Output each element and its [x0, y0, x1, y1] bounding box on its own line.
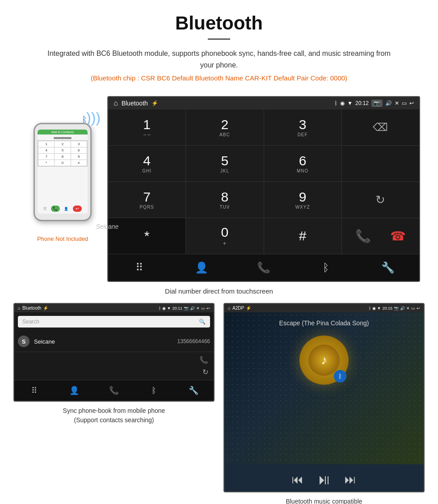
phonebook-search-bar[interactable]: Search 🔍 — [18, 316, 210, 328]
dial-key-9[interactable]: 9 WXYZ — [264, 182, 341, 218]
music-win-icon[interactable]: ▭ — [411, 306, 415, 311]
nav-settings[interactable]: 🔧 — [357, 254, 419, 281]
call-red-icon[interactable]: ☎ — [390, 229, 406, 244]
phone-dial-cell[interactable]: 7 — [38, 154, 54, 160]
nav-dialpad[interactable]: ⠿ — [108, 254, 170, 281]
dial-key-8[interactable]: 8 TUV — [186, 182, 263, 218]
phone-dial-cell[interactable]: 5 — [55, 147, 70, 153]
music-background: Escape (The Pina Colada Song) ♪ ᛒ — [224, 312, 424, 464]
dial-key-star[interactable]: * — [108, 218, 185, 254]
phonebook-statusbar: ⌂ Bluetooth ⚡ ᛒ ◉ ▼ 20:11 📷 🔊 ✕ ▭ ↩ — [14, 304, 214, 312]
prev-button[interactable]: ⏮ — [292, 473, 303, 487]
phone-dial-cell[interactable]: 8 — [55, 154, 70, 160]
dial-key-1[interactable]: 1 ∽∽ — [108, 109, 185, 145]
dial-key-6[interactable]: 6 MNO — [264, 146, 341, 181]
phone-not-included-label: Phone Not Included — [37, 235, 88, 242]
refresh-icon[interactable]: ↻ — [375, 193, 385, 207]
dial-key-2[interactable]: 2 ABC — [186, 109, 263, 145]
nav-contacts[interactable]: 👤 — [170, 254, 232, 281]
statusbar-time: 20:12 — [355, 100, 369, 106]
statusbar-app-name: Bluetooth — [122, 100, 148, 107]
pb-sig-icon: ▼ — [167, 306, 171, 311]
dial-letters: PQRS — [139, 205, 154, 210]
pb-nav-person[interactable]: 👤 — [54, 380, 94, 401]
call-green-icon[interactable]: 📞 — [355, 229, 371, 244]
bottom-nav-bar: ⠿ 👤 📞 ᛒ 🔧 — [108, 254, 419, 281]
phone-image-area: ))) ᛒ Add to Contacts ▄▄▄▄▄▄▄▄ 1 2 3 4 5… — [18, 96, 107, 242]
contact-name: Seicane — [34, 338, 177, 345]
pb-time: 20:11 — [172, 306, 182, 311]
volume-icon[interactable]: 🔊 — [385, 100, 392, 106]
music-close-icon[interactable]: ✕ — [406, 306, 410, 311]
phone-mockup: Add to Contacts ▄▄▄▄▄▄▄▄ 1 2 3 4 5 6 7 8… — [34, 123, 92, 221]
pb-home-icon[interactable]: ⌂ — [18, 306, 21, 311]
music-screen: ⌂ A2DP ⚡ ᛒ ◉ ▼ 20:15 📷 🔊 ✕ ▭ ↩ — [223, 303, 425, 492]
window-icon[interactable]: ▭ — [402, 100, 407, 106]
dial-key-hash[interactable]: # — [264, 218, 341, 254]
phone-dial-cell[interactable]: # — [71, 160, 87, 166]
pb-bt-icon: ᛒ — [159, 306, 161, 311]
music-block: ⌂ A2DP ⚡ ᛒ ◉ ▼ 20:15 📷 🔊 ✕ ▭ ↩ — [223, 303, 425, 504]
dial-number: 1 — [143, 118, 151, 131]
music-back-icon[interactable]: ↩ — [417, 306, 420, 311]
pb-vol-icon[interactable]: 🔊 — [190, 306, 195, 311]
phone-dial-cell[interactable]: 2 — [55, 141, 70, 147]
pb-win-icon[interactable]: ▭ — [201, 306, 205, 311]
dial-key-5[interactable]: 5 JKL — [186, 146, 263, 181]
dial-key-0[interactable]: 0 + — [186, 218, 263, 254]
nav-phone[interactable]: 📞 — [232, 254, 295, 281]
music-home-icon[interactable]: ⌂ — [228, 306, 231, 311]
music-caption: Bluetooth music compatible (Support disp… — [278, 497, 371, 504]
dial-letters: + — [223, 240, 227, 247]
phone-dial-cell[interactable]: 9 — [71, 154, 87, 160]
pb-action-refresh[interactable]: ↻ — [202, 368, 208, 376]
backspace-icon[interactable]: ⌫ — [373, 121, 388, 134]
phone-dial-cell[interactable]: 0 — [55, 160, 70, 166]
statusbar-left: ⌂ Bluetooth ⚡ — [114, 99, 158, 107]
pb-nav-phone[interactable]: 📞 — [94, 380, 134, 401]
nav-bluetooth[interactable]: ᛒ — [295, 254, 357, 281]
dial-key-4[interactable]: 4 GHI — [108, 146, 185, 181]
phonebook-contact-row[interactable]: S Seicane 13566664466 — [14, 331, 214, 352]
phone-menu-icon[interactable]: ☰ — [43, 207, 46, 211]
dial-call-buttons: 📞 ☎ — [342, 218, 419, 254]
close-icon[interactable]: ✕ — [395, 100, 399, 106]
music-bt-badge: ᛒ — [334, 370, 346, 382]
pb-nav-settings[interactable]: 🔧 — [174, 380, 214, 401]
next-button[interactable]: ⏭ — [345, 473, 356, 487]
dial-key-7[interactable]: 7 PQRS — [108, 182, 185, 218]
dial-key-3[interactable]: 3 DEF — [264, 109, 341, 145]
phone-dial-cell[interactable]: 4 — [38, 147, 54, 153]
music-statusbar-right: ᛒ ◉ ▼ 20:15 📷 🔊 ✕ ▭ ↩ — [369, 306, 420, 311]
contact-letter: S — [18, 336, 29, 347]
pb-back-icon[interactable]: ↩ — [206, 306, 210, 311]
phone-call-button[interactable]: 📞 — [51, 206, 60, 212]
home-icon[interactable]: ⌂ — [114, 99, 118, 107]
phone-dial-cell[interactable]: * — [38, 160, 54, 166]
contact-number: 13566664466 — [177, 338, 210, 344]
pb-close-icon[interactable]: ✕ — [196, 306, 200, 311]
pb-cam-icon[interactable]: 📷 — [184, 306, 189, 311]
music-loc-icon: ◉ — [372, 306, 376, 311]
statusbar: ⌂ Bluetooth ⚡ ᛒ ◉ ▼ 20:12 📷 🔊 ✕ ▭ ↩ — [108, 97, 419, 109]
playpause-button[interactable]: ⏯ — [317, 471, 331, 488]
camera-icon[interactable]: 📷 — [371, 100, 383, 107]
phone-dial-cell[interactable]: 1 — [38, 141, 54, 147]
music-time: 20:15 — [382, 306, 392, 311]
dial-letters: TUV — [219, 205, 230, 210]
phone-dial-cell[interactable]: 6 — [71, 147, 87, 153]
dial-letters: JKL — [220, 168, 229, 173]
phone-contacts-icon[interactable]: 👤 — [64, 207, 68, 211]
phone-end-button[interactable]: ↩ — [73, 206, 82, 212]
back-icon[interactable]: ↩ — [409, 100, 414, 106]
bluetooth-waves-icon: ))) — [86, 109, 101, 126]
pb-action-call[interactable]: 📞 — [199, 356, 208, 364]
pb-nav-bt[interactable]: ᛒ — [134, 380, 174, 401]
music-vol-icon[interactable]: 🔊 — [400, 306, 405, 311]
phone-dial-grid: 1 2 3 4 5 6 7 8 9 * 0 # — [38, 140, 88, 167]
phone-dial-cell[interactable]: 3 — [71, 141, 87, 147]
page-specs: (Bluetooth chip : CSR BC6 Default Blueto… — [0, 74, 438, 82]
pb-nav-dialpad[interactable]: ⠿ — [14, 380, 54, 401]
music-cam-icon[interactable]: 📷 — [394, 306, 399, 311]
search-icon[interactable]: 🔍 — [199, 319, 206, 325]
